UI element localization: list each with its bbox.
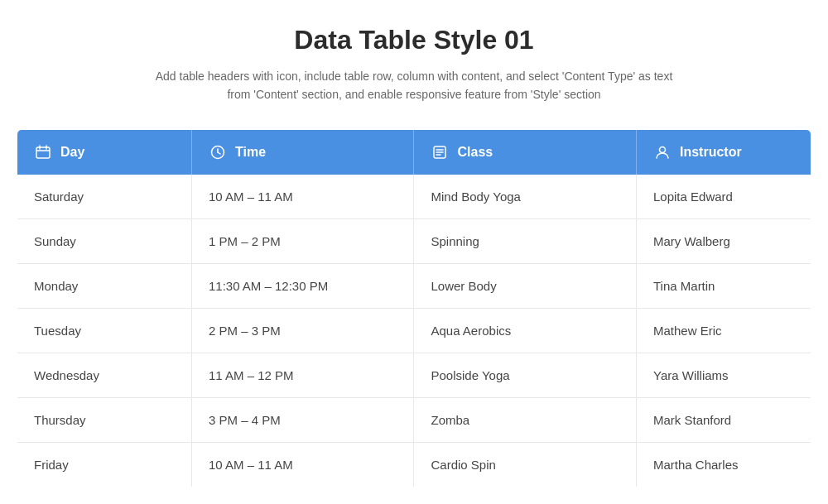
person-icon [653,143,672,161]
clock-icon [209,143,227,161]
cell-time: 10 AM – 11 AM [191,442,414,487]
table-body: Saturday10 AM – 11 AMMind Body YogaLopit… [17,175,811,487]
table-row: Monday11:30 AM – 12:30 PMLower BodyTina … [17,263,811,308]
header-instructor: Instructor [637,129,811,175]
table-row: Sunday1 PM – 2 PMSpinningMary Walberg [17,218,811,263]
svg-rect-0 [36,147,50,158]
cell-day: Wednesday [17,353,192,397]
table-row: Tuesday2 PM – 3 PMAqua AerobicsMathew Er… [17,308,811,353]
calendar-icon [34,143,52,161]
page-container: Data Table Style 01 Add table headers wi… [17,25,811,487]
cell-instructor: Martha Charles [637,442,811,487]
table-row: Saturday10 AM – 11 AMMind Body YogaLopit… [17,175,811,219]
cell-instructor: Mark Stanford [637,397,811,442]
table-row: Wednesday11 AM – 12 PMPoolside YogaYara … [17,353,811,397]
cell-day: Monday [17,263,192,308]
cell-instructor: Lopita Edward [637,175,811,219]
table-row: Thursday3 PM – 4 PMZombaMark Stanford [17,397,811,442]
cell-instructor: Tina Martin [637,263,811,308]
header-instructor-label: Instructor [680,145,742,160]
cell-day: Sunday [17,218,192,263]
cell-day: Tuesday [17,308,192,353]
table-header: Day Time [17,129,811,175]
header-time: Time [191,129,414,175]
header-row: Day Time [17,129,811,175]
cell-class: Spinning [414,218,637,263]
cell-time: 11:30 AM – 12:30 PM [191,263,414,308]
table-row: Friday10 AM – 11 AMCardio SpinMartha Cha… [17,442,811,487]
header-class: Class [414,129,637,175]
tag-icon [431,143,449,161]
cell-time: 10 AM – 11 AM [191,175,414,219]
header-day: Day [17,129,192,175]
cell-time: 3 PM – 4 PM [191,397,414,442]
page-title: Data Table Style 01 [17,25,811,55]
cell-time: 2 PM – 3 PM [191,308,414,353]
subtitle-line2: from 'Content' section, and enable respo… [227,88,600,101]
cell-day: Friday [17,442,192,487]
cell-time: 1 PM – 2 PM [191,218,414,263]
cell-instructor: Yara Williams [637,353,811,397]
header-class-label: Class [457,145,493,160]
page-subtitle: Add table headers with icon, include tab… [17,67,811,104]
data-table: Day Time [17,129,811,487]
cell-instructor: Mary Walberg [637,218,811,263]
cell-class: Poolside Yoga [414,353,637,397]
cell-day: Saturday [17,175,192,219]
cell-class: Mind Body Yoga [414,175,637,219]
cell-class: Aqua Aerobics [414,308,637,353]
header-day-label: Day [60,145,84,160]
cell-time: 11 AM – 12 PM [191,353,414,397]
svg-line-6 [218,152,220,154]
header-time-label: Time [235,145,266,160]
svg-point-11 [660,146,666,152]
cell-class: Lower Body [414,263,637,308]
cell-class: Zomba [414,397,637,442]
cell-instructor: Mathew Eric [637,308,811,353]
subtitle-line1: Add table headers with icon, include tab… [156,70,673,83]
cell-day: Thursday [17,397,192,442]
cell-class: Cardio Spin [414,442,637,487]
